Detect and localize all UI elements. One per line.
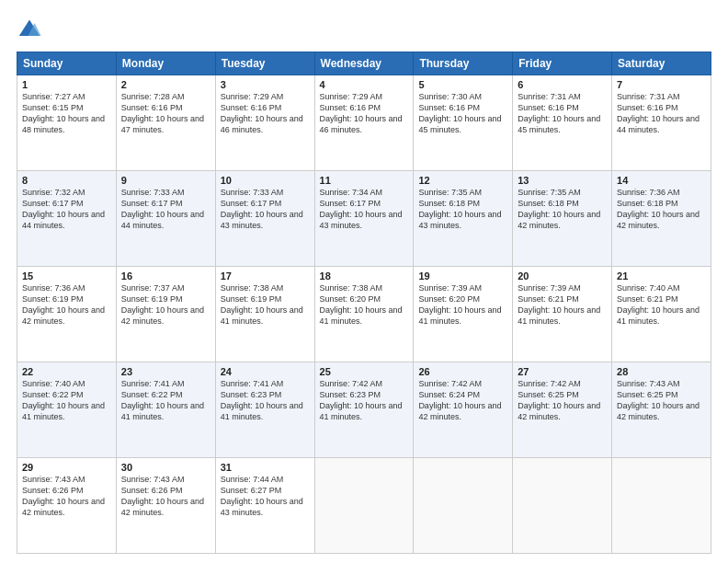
day-number: 28 xyxy=(617,366,706,377)
calendar-cell: 28 Sunrise: 7:43 AMSunset: 6:25 PMDaylig… xyxy=(612,362,711,458)
cell-info: Sunrise: 7:31 AMSunset: 6:16 PMDaylight:… xyxy=(617,92,700,134)
cell-info: Sunrise: 7:40 AMSunset: 6:21 PMDaylight:… xyxy=(617,283,700,326)
cell-info: Sunrise: 7:43 AMSunset: 6:25 PMDaylight:… xyxy=(617,379,700,421)
cell-info: Sunrise: 7:35 AMSunset: 6:18 PMDaylight:… xyxy=(418,188,501,230)
calendar-header-row: Sunday Monday Tuesday Wednesday Thursday… xyxy=(17,52,711,75)
calendar-cell: 11 Sunrise: 7:34 AMSunset: 6:17 PMDaylig… xyxy=(314,171,414,267)
day-number: 23 xyxy=(121,366,210,377)
col-monday: Monday xyxy=(116,52,215,75)
day-number: 29 xyxy=(22,462,111,473)
day-number: 5 xyxy=(418,79,507,90)
day-number: 30 xyxy=(121,462,210,473)
day-number: 19 xyxy=(418,270,507,282)
day-number: 16 xyxy=(121,270,210,282)
calendar-cell: 1 Sunrise: 7:27 AMSunset: 6:15 PMDayligh… xyxy=(17,75,117,171)
calendar-week-row: 8 Sunrise: 7:32 AMSunset: 6:17 PMDayligh… xyxy=(17,171,711,267)
calendar-table: Sunday Monday Tuesday Wednesday Thursday… xyxy=(17,52,711,554)
calendar-cell xyxy=(612,458,711,554)
day-number: 13 xyxy=(518,175,607,186)
calendar-cell: 6 Sunrise: 7:31 AMSunset: 6:16 PMDayligh… xyxy=(513,75,612,171)
logo-icon xyxy=(17,17,42,42)
day-number: 31 xyxy=(221,462,310,473)
cell-info: Sunrise: 7:43 AMSunset: 6:26 PMDaylight:… xyxy=(22,475,105,517)
calendar-cell: 23 Sunrise: 7:41 AMSunset: 6:22 PMDaylig… xyxy=(116,362,215,458)
calendar-cell: 14 Sunrise: 7:36 AMSunset: 6:18 PMDaylig… xyxy=(612,171,711,267)
calendar-cell: 30 Sunrise: 7:43 AMSunset: 6:26 PMDaylig… xyxy=(116,458,215,554)
day-number: 7 xyxy=(617,79,706,90)
calendar-week-row: 22 Sunrise: 7:40 AMSunset: 6:22 PMDaylig… xyxy=(17,362,711,458)
day-number: 12 xyxy=(418,175,507,186)
col-wednesday: Wednesday xyxy=(314,52,414,75)
calendar-cell: 9 Sunrise: 7:33 AMSunset: 6:17 PMDayligh… xyxy=(116,171,215,267)
cell-info: Sunrise: 7:39 AMSunset: 6:21 PMDaylight:… xyxy=(518,283,600,326)
calendar-cell xyxy=(414,458,513,554)
day-number: 22 xyxy=(22,366,111,377)
day-number: 10 xyxy=(221,175,310,186)
day-number: 1 xyxy=(22,79,111,90)
day-number: 18 xyxy=(320,270,409,282)
cell-info: Sunrise: 7:29 AMSunset: 6:16 PMDaylight:… xyxy=(221,92,303,134)
calendar-cell: 3 Sunrise: 7:29 AMSunset: 6:16 PMDayligh… xyxy=(215,75,314,171)
day-number: 14 xyxy=(617,175,706,186)
calendar-cell: 27 Sunrise: 7:42 AMSunset: 6:25 PMDaylig… xyxy=(513,362,612,458)
calendar-cell: 24 Sunrise: 7:41 AMSunset: 6:23 PMDaylig… xyxy=(215,362,314,458)
day-number: 9 xyxy=(121,175,210,186)
cell-info: Sunrise: 7:32 AMSunset: 6:17 PMDaylight:… xyxy=(22,188,105,230)
day-number: 6 xyxy=(518,79,607,90)
cell-info: Sunrise: 7:27 AMSunset: 6:15 PMDaylight:… xyxy=(22,92,105,134)
calendar-cell: 2 Sunrise: 7:28 AMSunset: 6:16 PMDayligh… xyxy=(116,75,215,171)
calendar-week-row: 15 Sunrise: 7:36 AMSunset: 6:19 PMDaylig… xyxy=(17,267,711,362)
calendar-cell: 7 Sunrise: 7:31 AMSunset: 6:16 PMDayligh… xyxy=(612,75,711,171)
calendar-cell: 26 Sunrise: 7:42 AMSunset: 6:24 PMDaylig… xyxy=(414,362,513,458)
page: Sunday Monday Tuesday Wednesday Thursday… xyxy=(0,0,728,563)
cell-info: Sunrise: 7:41 AMSunset: 6:22 PMDaylight:… xyxy=(121,379,204,421)
calendar-cell: 15 Sunrise: 7:36 AMSunset: 6:19 PMDaylig… xyxy=(17,267,117,362)
cell-info: Sunrise: 7:42 AMSunset: 6:23 PMDaylight:… xyxy=(320,379,403,421)
col-tuesday: Tuesday xyxy=(215,52,314,75)
cell-info: Sunrise: 7:31 AMSunset: 6:16 PMDaylight:… xyxy=(518,92,600,134)
calendar-cell xyxy=(314,458,414,554)
cell-info: Sunrise: 7:36 AMSunset: 6:19 PMDaylight:… xyxy=(22,283,105,326)
cell-info: Sunrise: 7:42 AMSunset: 6:24 PMDaylight:… xyxy=(418,379,501,421)
day-number: 2 xyxy=(121,79,210,90)
cell-info: Sunrise: 7:35 AMSunset: 6:18 PMDaylight:… xyxy=(518,188,600,230)
calendar-cell: 5 Sunrise: 7:30 AMSunset: 6:16 PMDayligh… xyxy=(414,75,513,171)
day-number: 20 xyxy=(518,270,607,282)
col-thursday: Thursday xyxy=(414,52,513,75)
cell-info: Sunrise: 7:39 AMSunset: 6:20 PMDaylight:… xyxy=(418,283,501,326)
calendar-cell xyxy=(513,458,612,554)
cell-info: Sunrise: 7:41 AMSunset: 6:23 PMDaylight:… xyxy=(221,379,303,421)
day-number: 4 xyxy=(320,79,409,90)
cell-info: Sunrise: 7:33 AMSunset: 6:17 PMDaylight:… xyxy=(221,188,303,230)
calendar-cell: 8 Sunrise: 7:32 AMSunset: 6:17 PMDayligh… xyxy=(17,171,117,267)
calendar-week-row: 29 Sunrise: 7:43 AMSunset: 6:26 PMDaylig… xyxy=(17,458,711,554)
cell-info: Sunrise: 7:38 AMSunset: 6:19 PMDaylight:… xyxy=(221,283,303,326)
cell-info: Sunrise: 7:33 AMSunset: 6:17 PMDaylight:… xyxy=(121,188,204,230)
cell-info: Sunrise: 7:43 AMSunset: 6:26 PMDaylight:… xyxy=(121,475,204,517)
col-sunday: Sunday xyxy=(17,52,117,75)
calendar-cell: 31 Sunrise: 7:44 AMSunset: 6:27 PMDaylig… xyxy=(215,458,314,554)
day-number: 27 xyxy=(518,366,607,377)
col-saturday: Saturday xyxy=(612,52,711,75)
calendar-cell: 12 Sunrise: 7:35 AMSunset: 6:18 PMDaylig… xyxy=(414,171,513,267)
cell-info: Sunrise: 7:28 AMSunset: 6:16 PMDaylight:… xyxy=(121,92,204,134)
cell-info: Sunrise: 7:42 AMSunset: 6:25 PMDaylight:… xyxy=(518,379,600,421)
calendar-cell: 18 Sunrise: 7:38 AMSunset: 6:20 PMDaylig… xyxy=(314,267,414,362)
calendar-cell: 17 Sunrise: 7:38 AMSunset: 6:19 PMDaylig… xyxy=(215,267,314,362)
day-number: 17 xyxy=(221,270,310,282)
day-number: 24 xyxy=(221,366,310,377)
calendar-cell: 13 Sunrise: 7:35 AMSunset: 6:18 PMDaylig… xyxy=(513,171,612,267)
calendar-cell: 25 Sunrise: 7:42 AMSunset: 6:23 PMDaylig… xyxy=(314,362,414,458)
cell-info: Sunrise: 7:36 AMSunset: 6:18 PMDaylight:… xyxy=(617,188,700,230)
header xyxy=(17,17,711,42)
calendar-cell: 16 Sunrise: 7:37 AMSunset: 6:19 PMDaylig… xyxy=(116,267,215,362)
calendar-cell: 10 Sunrise: 7:33 AMSunset: 6:17 PMDaylig… xyxy=(215,171,314,267)
logo xyxy=(17,17,46,42)
calendar-week-row: 1 Sunrise: 7:27 AMSunset: 6:15 PMDayligh… xyxy=(17,75,711,171)
day-number: 25 xyxy=(320,366,409,377)
calendar-cell: 21 Sunrise: 7:40 AMSunset: 6:21 PMDaylig… xyxy=(612,267,711,362)
col-friday: Friday xyxy=(513,52,612,75)
calendar-cell: 19 Sunrise: 7:39 AMSunset: 6:20 PMDaylig… xyxy=(414,267,513,362)
cell-info: Sunrise: 7:40 AMSunset: 6:22 PMDaylight:… xyxy=(22,379,105,421)
cell-info: Sunrise: 7:38 AMSunset: 6:20 PMDaylight:… xyxy=(320,283,403,326)
